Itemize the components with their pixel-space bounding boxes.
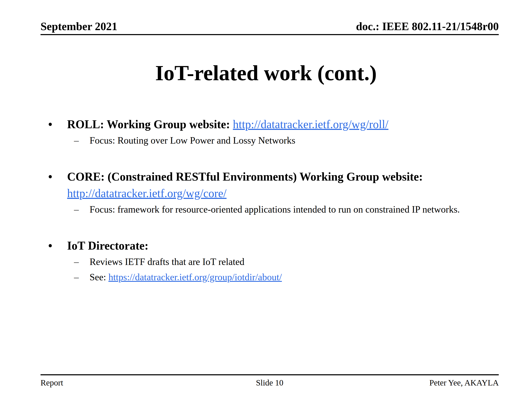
bullet-item-iot-directorate: • IoT Directorate: – Reviews IETF drafts… bbox=[48, 237, 505, 284]
sub-bullet-line: – Reviews IETF drafts that are IoT relat… bbox=[74, 256, 505, 268]
iot-directorate-lead-text: IoT Directorate: bbox=[67, 239, 148, 252]
bullet-line: • CORE: (Constrained RESTful Environment… bbox=[48, 168, 505, 202]
sub-bullet-line: – Focus: Routing over Low Power and Loss… bbox=[74, 134, 505, 147]
core-heading: CORE: (Constrained RESTful Environments)… bbox=[67, 168, 505, 202]
slide-canvas: September 2021 doc.: IEEE 802.11-21/1548… bbox=[0, 0, 532, 399]
core-lead-text: CORE: (Constrained RESTful Environments)… bbox=[67, 170, 423, 183]
footer-report-label: Report bbox=[40, 378, 193, 388]
footer-author: Peter Yee, AKAYLA bbox=[346, 378, 499, 388]
footer-slide-number: Slide 10 bbox=[193, 378, 346, 388]
roll-focus-text: Focus: Routing over Low Power and Lossy … bbox=[89, 134, 295, 147]
iot-directorate-reviews-text: Reviews IETF drafts that are IoT related bbox=[89, 256, 244, 268]
dash-icon: – bbox=[74, 203, 89, 216]
roll-heading: ROLL: Working Group website: http://data… bbox=[67, 116, 505, 133]
sub-bullet-line: – See: https://datatracker.ietf.org/grou… bbox=[74, 271, 505, 284]
bullet-icon: • bbox=[48, 237, 67, 254]
roll-lead-text: ROLL: Working Group website: bbox=[67, 118, 233, 131]
core-focus-text: Focus: framework for resource-oriented a… bbox=[89, 203, 460, 216]
dash-icon: – bbox=[74, 256, 89, 268]
roll-link[interactable]: http://datatracker.ietf.org/wg/roll/ bbox=[233, 118, 389, 131]
core-link[interactable]: http://datatracker.ietf.org/wg/core/ bbox=[67, 185, 505, 202]
iot-directorate-heading: IoT Directorate: bbox=[67, 237, 505, 254]
bullet-item-roll: • ROLL: Working Group website: http://da… bbox=[48, 116, 505, 147]
header-date: September 2021 bbox=[40, 20, 117, 33]
header-doc-number: doc.: IEEE 802.11-21/1548r00 bbox=[356, 20, 499, 33]
dash-icon: – bbox=[74, 134, 89, 147]
slide-footer: Report Slide 10 Peter Yee, AKAYLA bbox=[40, 374, 499, 388]
bullet-line: • IoT Directorate: bbox=[48, 237, 505, 254]
bullet-icon: • bbox=[48, 116, 67, 133]
bullet-icon: • bbox=[48, 168, 67, 185]
iot-directorate-see-line: See: https://datatracker.ietf.org/group/… bbox=[89, 271, 282, 284]
bullet-line: • ROLL: Working Group website: http://da… bbox=[48, 116, 505, 133]
bullet-item-core: • CORE: (Constrained RESTful Environment… bbox=[48, 168, 505, 216]
dash-icon: – bbox=[74, 271, 89, 284]
page-title: IoT-related work (cont.) bbox=[0, 59, 532, 86]
bullet-list: • ROLL: Working Group website: http://da… bbox=[48, 116, 505, 284]
iotdir-link[interactable]: https://datatracker.ietf.org/group/iotdi… bbox=[108, 272, 282, 282]
slide-header: September 2021 doc.: IEEE 802.11-21/1548… bbox=[40, 20, 499, 35]
sub-bullet-line: – Focus: framework for resource-oriented… bbox=[74, 203, 505, 216]
see-prefix-text: See: bbox=[89, 272, 108, 282]
